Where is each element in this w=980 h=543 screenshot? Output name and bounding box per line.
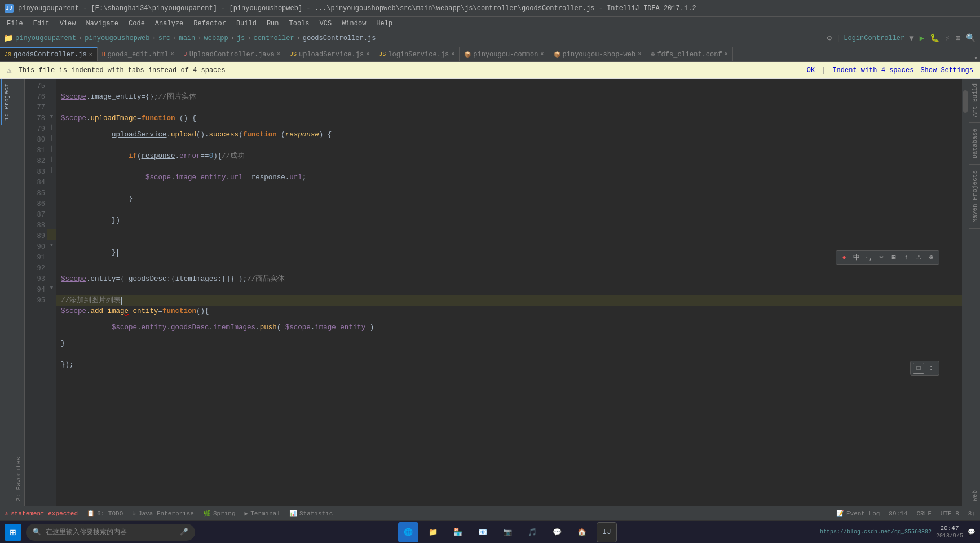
taskbar-notification-icon[interactable]: 💬: [968, 528, 975, 536]
taskbar-app-3[interactable]: 🏪: [448, 522, 468, 542]
panel-project-label[interactable]: 1: Project: [1, 79, 11, 125]
breadcrumb-main[interactable]: main: [179, 34, 195, 42]
notif-ok-link[interactable]: OK: [807, 67, 815, 74]
float-settings-btn[interactable]: ⚙: [925, 252, 937, 263]
nav-dropdown-icon[interactable]: ▼: [908, 33, 915, 44]
scrollbar[interactable]: [962, 79, 969, 506]
taskbar-search[interactable]: 🔍 在这里输入你要搜索的内容 🎤: [26, 524, 195, 541]
menu-build[interactable]: Build: [232, 19, 261, 29]
tab-goodsedit[interactable]: H goods_edit.html ×: [98, 47, 179, 61]
tab-close-fdfs[interactable]: ×: [725, 51, 728, 58]
code-editor[interactable]: $scope.image_entity={};//图片实体 $scope.upl…: [56, 79, 962, 506]
float-record-btn[interactable]: ●: [838, 252, 850, 263]
tab-pinyougoushopweb[interactable]: 📦 pinyougou-shop-web ×: [549, 47, 647, 61]
status-position[interactable]: 89:14: [889, 510, 907, 517]
tab-close-pinyougoushopweb[interactable]: ×: [638, 51, 641, 58]
tab-close-goodsedit[interactable]: ×: [171, 51, 174, 58]
panel-maven-label[interactable]: Maven Projects: [970, 166, 979, 227]
tab-uploadcontroller[interactable]: J UploadController.java ×: [179, 47, 285, 61]
status-encoding[interactable]: UTF-8: [941, 510, 959, 517]
tab-close-uploadcontroller[interactable]: ×: [277, 51, 280, 58]
float-anchor-btn[interactable]: ⚓: [913, 252, 924, 263]
fold-90[interactable]: ▼: [47, 240, 56, 250]
float2-btn2[interactable]: :: [925, 363, 937, 374]
menu-run[interactable]: Run: [262, 19, 284, 29]
nav-settings-icon[interactable]: ⚙: [826, 32, 833, 44]
status-terminal[interactable]: ▶ Terminal: [245, 510, 280, 517]
float2-btn1[interactable]: □: [913, 363, 924, 374]
float-cut-btn[interactable]: ✂: [876, 252, 887, 263]
tab-more[interactable]: ▾: [974, 54, 980, 61]
status-error[interactable]: ⚠ statement expected: [5, 509, 78, 518]
run-icon[interactable]: ▶: [919, 32, 925, 44]
status-statistic[interactable]: 📊 Statistic: [289, 510, 333, 517]
menu-analyze[interactable]: Analyze: [151, 19, 188, 29]
notif-indent-link[interactable]: Indent with 4 spaces: [832, 67, 913, 74]
menu-help[interactable]: Help: [372, 19, 397, 29]
tab-close-pinyougoucommon[interactable]: ×: [541, 51, 544, 58]
taskbar-app-2[interactable]: 📁: [423, 522, 443, 542]
panel-database-label[interactable]: Database: [970, 124, 979, 163]
notif-settings-link[interactable]: Show Settings: [920, 67, 973, 74]
status-indent[interactable]: 8↓: [968, 510, 975, 517]
menu-code[interactable]: Code: [124, 19, 149, 29]
status-spring[interactable]: 🌿 Spring: [203, 510, 236, 517]
panel-favorites-label[interactable]: 2: Favorites: [14, 452, 23, 506]
taskbar-app-8[interactable]: 🏠: [572, 522, 592, 542]
panel-artbuild-label[interactable]: Art Build: [970, 79, 979, 121]
breadcrumb-shopweb[interactable]: pinyougoushopweb: [85, 34, 149, 42]
taskbar-app-6[interactable]: 🎵: [522, 522, 542, 542]
fold-78[interactable]: ▼: [47, 111, 56, 122]
menu-window[interactable]: Window: [337, 19, 370, 29]
panel-favorites[interactable]: 2: Favorites: [12, 79, 25, 506]
tab-uploadservice[interactable]: JS uploadService.js ×: [285, 47, 374, 61]
code-line-82: }: [56, 188, 962, 210]
search-icon[interactable]: 🔍: [965, 32, 977, 44]
float-lang-btn[interactable]: 中: [851, 252, 862, 263]
panel-project[interactable]: 1: Project: [0, 79, 12, 506]
status-crlf[interactable]: CRLF: [916, 510, 931, 517]
code-line-87: $scope.entity={ goodsDesc:{itemImages:[]…: [56, 274, 962, 285]
breadcrumb-webapp[interactable]: webapp: [204, 34, 228, 42]
run-config-icon[interactable]: ⚡: [944, 32, 951, 44]
todo-label: 6: TODO: [97, 510, 123, 517]
taskbar-app-5[interactable]: 📷: [497, 522, 518, 542]
tab-close-uploadservice[interactable]: ×: [366, 51, 369, 58]
menu-navigate[interactable]: Navigate: [81, 19, 123, 29]
nav-controller-btn[interactable]: LoginController: [844, 34, 904, 42]
breadcrumb-root[interactable]: pinyougouparent: [15, 34, 76, 42]
taskbar-app-7[interactable]: 💬: [547, 522, 567, 542]
menu-refactor[interactable]: Refactor: [189, 19, 231, 29]
menu-view[interactable]: View: [55, 19, 81, 29]
tab-goodscontroller[interactable]: JS goodsController.js ×: [0, 47, 98, 61]
tab-close-loginservice[interactable]: ×: [451, 51, 454, 58]
fold-94[interactable]: ▼: [47, 282, 56, 293]
tab-pinyougoucommon[interactable]: 📦 pinyougou-common ×: [460, 47, 549, 61]
menu-tools[interactable]: Tools: [285, 19, 314, 29]
float-grid-btn[interactable]: ⊞: [888, 252, 899, 263]
eventlog-label: Event Log: [846, 510, 880, 517]
scroll-thumb[interactable]: [963, 90, 968, 113]
tab-close-goodscontroller[interactable]: ×: [89, 52, 92, 58]
start-button[interactable]: ⊞: [5, 524, 21, 541]
status-todo[interactable]: 📋 6: TODO: [87, 510, 123, 517]
panel-web-label[interactable]: Web: [970, 485, 979, 506]
menu-edit[interactable]: Edit: [29, 19, 54, 29]
javaee-label: Java Enterprise: [138, 510, 194, 517]
status-javaee[interactable]: ☕ Java Enterprise: [132, 510, 194, 517]
status-eventlog[interactable]: 📝 Event Log: [836, 510, 880, 517]
menu-vcs[interactable]: VCS: [315, 19, 337, 29]
tab-loginservice[interactable]: JS loginService.js ×: [374, 47, 460, 61]
breadcrumb-controller[interactable]: controller: [254, 34, 294, 42]
debug-icon[interactable]: 🐛: [929, 32, 941, 44]
tab-fdfs[interactable]: ⚙ fdfs_client.conf ×: [646, 47, 732, 61]
float-comma-btn[interactable]: ·,: [863, 252, 875, 263]
menu-file[interactable]: File: [2, 19, 28, 29]
breadcrumb-js[interactable]: js: [237, 34, 245, 42]
breadcrumb-src[interactable]: src: [158, 34, 171, 42]
float-up-btn[interactable]: ↑: [900, 252, 912, 263]
grid-icon[interactable]: ⊞: [955, 32, 961, 44]
taskbar-app-4[interactable]: 📧: [473, 522, 493, 542]
taskbar-app-idea[interactable]: IJ: [597, 522, 617, 542]
taskbar-app-1[interactable]: 🌐: [398, 522, 418, 542]
